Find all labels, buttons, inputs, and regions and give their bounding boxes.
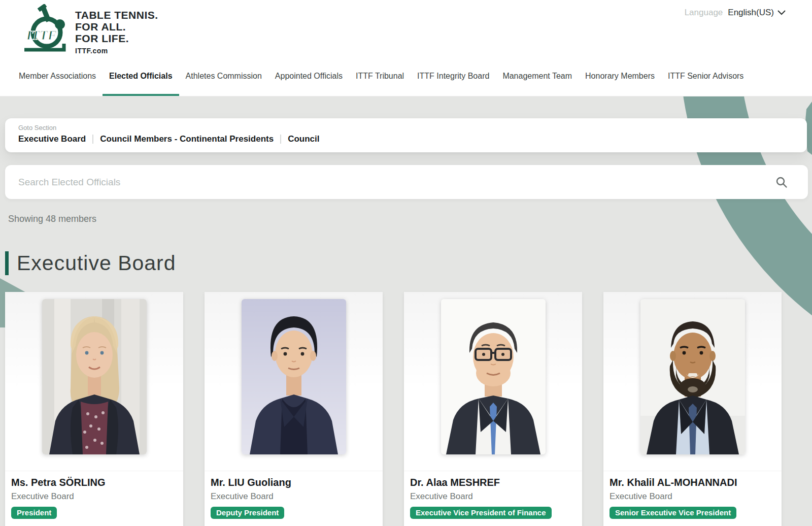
member-group: Executive Board [610,491,775,502]
main-navigation: Member Associations Elected Officials At… [12,64,750,96]
member-info: Mr. LIU Guoliang Executive Board Deputy … [205,471,383,519]
ittf-logo-icon: ITTF [23,4,68,53]
nav-management-team[interactable]: Management Team [496,64,579,96]
member-name: Dr. Alaa MESHREF [410,477,576,488]
member-group: Executive Board [211,491,377,502]
member-name: Mr. LIU Guoliang [211,477,377,488]
svg-text:ITTF: ITTF [26,28,56,43]
member-card[interactable]: Mr. LIU Guoliang Executive Board Deputy … [205,292,383,526]
member-photo [640,299,745,454]
member-role-badge: Senior Executive Vice President [610,507,736,519]
goto-section-bar: Goto Section Executive Board Council Mem… [5,118,807,152]
member-group: Executive Board [410,491,576,502]
section-title: Executive Board [9,251,176,275]
nav-elected-officials[interactable]: Elected Officials [103,64,179,96]
member-group: Executive Board [11,491,177,502]
member-photo [42,299,147,454]
member-info: Mr. Khalil AL-MOHANNADI Executive Board … [603,471,782,519]
photo-section [404,292,582,471]
search-icon [775,176,788,188]
member-cards-grid: Ms. Petra SÖRLING Executive Board Presid… [5,292,782,526]
section-heading: Executive Board [5,251,176,275]
ittf-logo[interactable]: ITTF TABLE TENNIS. FOR ALL. FOR LIFE. IT… [23,4,158,55]
search-button[interactable] [775,176,788,188]
nav-ittf-senior-advisors[interactable]: ITTF Senior Advisors [661,64,750,96]
nav-ittf-tribunal[interactable]: ITTF Tribunal [349,64,411,96]
member-card[interactable]: Ms. Petra SÖRLING Executive Board Presid… [5,292,183,526]
goto-link-council[interactable]: Council [288,134,319,144]
divider [280,135,281,144]
member-role-badge: Deputy President [211,507,284,519]
member-card[interactable]: Mr. Khalil AL-MOHANNADI Executive Board … [603,292,782,526]
nav-ittf-integrity-board[interactable]: ITTF Integrity Board [411,64,496,96]
member-role-badge: Executive Vice President of Finance [410,507,552,519]
goto-link-executive-board[interactable]: Executive Board [18,134,86,144]
search-input[interactable] [5,165,775,199]
site-header: ITTF TABLE TENNIS. FOR ALL. FOR LIFE. IT… [0,0,812,96]
logo-tagline: TABLE TENNIS. FOR ALL. FOR LIFE. ITTF.co… [75,9,158,55]
logo-site: ITTF.com [75,47,158,55]
photo-section [5,292,183,471]
member-photo [242,299,346,454]
chevron-down-icon [777,10,786,15]
divider [92,135,93,144]
member-card[interactable]: Dr. Alaa MESHREF Executive Board Executi… [404,292,582,526]
member-name: Mr. Khalil AL-MOHANNADI [610,477,775,488]
language-value: English(US) [728,8,774,18]
tagline-line3: FOR LIFE. [75,32,158,44]
language-selector[interactable]: Language English(US) [685,8,786,18]
member-photo [441,299,546,454]
tagline-line1: TABLE TENNIS. [75,9,158,21]
heading-accent-bar [5,251,9,275]
photo-section [205,292,383,471]
member-info: Dr. Alaa MESHREF Executive Board Executi… [404,471,582,519]
goto-link-council-members[interactable]: Council Members - Continental Presidents [100,134,274,144]
language-label: Language [685,8,723,18]
search-bar [5,165,808,199]
member-name: Ms. Petra SÖRLING [11,477,177,488]
tagline-line2: FOR ALL. [75,21,158,32]
nav-honorary-members[interactable]: Honorary Members [579,64,661,96]
nav-athletes-commission[interactable]: Athletes Commission [179,64,268,96]
member-role-badge: President [11,507,57,519]
results-count: Showing 48 members [8,214,96,224]
nav-appointed-officials[interactable]: Appointed Officials [268,64,349,96]
nav-member-associations[interactable]: Member Associations [12,64,103,96]
photo-section [603,292,782,471]
goto-section-label: Goto Section [18,124,807,132]
member-info: Ms. Petra SÖRLING Executive Board Presid… [5,471,183,519]
